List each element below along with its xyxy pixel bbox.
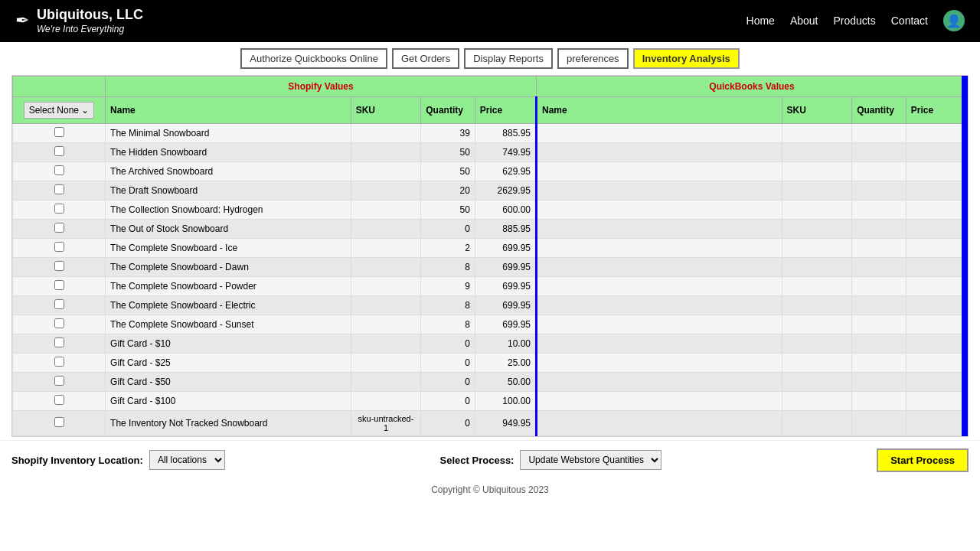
- qb-sku-cell: [782, 410, 852, 435]
- table-row: The Inventory Not Tracked Snowboardsku-u…: [13, 410, 968, 435]
- qb-qty-cell: [852, 142, 906, 161]
- qb-qty-cell: [852, 391, 906, 410]
- shopify-sku-cell: [351, 353, 421, 372]
- shopify-name-cell: The Archived Snowboard: [106, 161, 351, 181]
- shopify-qty-cell: 8: [421, 315, 475, 334]
- inventory-table-container: Shopify Values QuickBooks Values Select …: [11, 75, 969, 437]
- logo-text: Ubiquitous, LLC We're Into Everything: [37, 6, 143, 36]
- table-row: The Out of Stock Snowboard0885.95: [13, 219, 968, 238]
- nav-contact[interactable]: Contact: [891, 15, 928, 27]
- qb-price-cell: [906, 238, 967, 257]
- qb-sku-cell: [782, 315, 852, 334]
- qb-section-header: QuickBooks Values: [536, 76, 967, 96]
- row-checkbox[interactable]: [54, 261, 64, 271]
- row-checkbox[interactable]: [54, 337, 64, 347]
- shopify-qty-cell: 0: [421, 219, 475, 238]
- nav-authorize-qbo[interactable]: Authorize Quickbooks Online: [240, 48, 387, 69]
- qb-qty-cell: [852, 200, 906, 219]
- shopify-sku-cell: [351, 142, 421, 161]
- row-checkbox-cell: [13, 123, 106, 142]
- logo-icon: ✒: [15, 11, 29, 31]
- qb-name-cell: [536, 219, 782, 238]
- qb-qty-cell: [852, 315, 906, 334]
- row-checkbox[interactable]: [54, 280, 64, 290]
- table-row: The Complete Snowboard - Dawn8699.95: [13, 257, 968, 276]
- row-checkbox[interactable]: [54, 127, 64, 137]
- row-checkbox[interactable]: [54, 299, 64, 309]
- select-none-header: Select None ⌄: [13, 96, 106, 123]
- row-checkbox[interactable]: [54, 146, 64, 156]
- qb-sku-cell: [782, 161, 852, 181]
- qb-sku-cell: [782, 257, 852, 276]
- qb-price-cell: [906, 410, 967, 435]
- row-checkbox[interactable]: [54, 223, 64, 233]
- qb-sku-cell: [782, 334, 852, 353]
- qb-price-cell: [906, 391, 967, 410]
- shopify-price-cell: 2629.95: [475, 181, 536, 200]
- shopify-sku-cell: [351, 334, 421, 353]
- user-avatar[interactable]: 👤: [943, 10, 965, 31]
- nav-inventory-analysis[interactable]: Inventory Analysis: [633, 48, 740, 69]
- row-checkbox[interactable]: [54, 184, 64, 194]
- qb-qty-cell: [852, 238, 906, 257]
- table-row: The Draft Snowboard202629.95: [13, 181, 968, 200]
- row-checkbox[interactable]: [54, 376, 64, 386]
- row-checkbox-cell: [13, 181, 106, 200]
- row-checkbox[interactable]: [54, 165, 64, 175]
- qb-qty-cell: [852, 181, 906, 200]
- table-row: The Archived Snowboard50629.95: [13, 161, 968, 181]
- nav-display-reports[interactable]: Display Reports: [464, 48, 553, 69]
- start-process-button[interactable]: Start Process: [877, 448, 969, 472]
- shopify-qty-cell: 0: [421, 391, 475, 410]
- nav-home[interactable]: Home: [746, 15, 775, 27]
- shopify-sku-cell: [351, 257, 421, 276]
- shopify-name-cell: Gift Card - $25: [106, 353, 351, 372]
- qb-qty-cell: [852, 219, 906, 238]
- qb-price-cell: [906, 142, 967, 161]
- shopify-name-cell: The Collection Snowboard: Hydrogen: [106, 200, 351, 219]
- qb-sku-cell: [782, 238, 852, 257]
- table-row: Gift Card - $50050.00: [13, 372, 968, 391]
- qb-price-cell: [906, 315, 967, 334]
- shopify-sku-cell: [351, 219, 421, 238]
- qb-qty-cell: [852, 276, 906, 295]
- shopify-name-cell: Gift Card - $50: [106, 372, 351, 391]
- qb-qty-cell: [852, 257, 906, 276]
- shopify-price-cell: 10.00: [475, 334, 536, 353]
- qb-qty-cell: [852, 123, 906, 142]
- row-checkbox[interactable]: [54, 395, 64, 405]
- qb-name-cell: [536, 238, 782, 257]
- qb-price-cell: [906, 353, 967, 372]
- shopify-price-cell: 699.95: [475, 238, 536, 257]
- logo-area: ✒ Ubiquitous, LLC We're Into Everything: [15, 6, 143, 36]
- qb-name-cell: [536, 410, 782, 435]
- shopify-price-cell: 699.95: [475, 315, 536, 334]
- select-process-label: Select Process:: [440, 455, 514, 466]
- shopify-qty-cell: 50: [421, 200, 475, 219]
- nav-about[interactable]: About: [790, 15, 818, 27]
- qb-price-cell: [906, 219, 967, 238]
- row-checkbox[interactable]: [54, 242, 64, 252]
- row-checkbox[interactable]: [54, 318, 64, 328]
- row-checkbox-cell: [13, 161, 106, 181]
- select-process-select[interactable]: Update Webstore Quantities: [520, 450, 662, 470]
- nav-products[interactable]: Products: [834, 15, 876, 27]
- qb-sku-header: SKU: [782, 96, 852, 123]
- qb-sku-cell: [782, 372, 852, 391]
- shopify-price-cell: 699.95: [475, 295, 536, 315]
- shopify-name-cell: The Complete Snowboard - Dawn: [106, 257, 351, 276]
- row-checkbox[interactable]: [54, 357, 64, 367]
- shopify-price-cell: 885.95: [475, 123, 536, 142]
- nav-preferences[interactable]: preferences: [557, 48, 629, 69]
- shopify-qty-cell: 9: [421, 276, 475, 295]
- nav-get-orders[interactable]: Get Orders: [392, 48, 459, 69]
- row-checkbox[interactable]: [54, 204, 64, 214]
- empty-section-header: [13, 76, 106, 96]
- row-checkbox[interactable]: [54, 417, 64, 427]
- inventory-location-select[interactable]: All locations: [149, 450, 225, 470]
- scrollbar-indicator[interactable]: [962, 76, 968, 436]
- select-none-button[interactable]: Select None ⌄: [24, 102, 95, 119]
- shopify-qty-header: Quantity: [421, 96, 475, 123]
- qb-price-cell: [906, 295, 967, 315]
- shopify-qty-cell: 8: [421, 295, 475, 315]
